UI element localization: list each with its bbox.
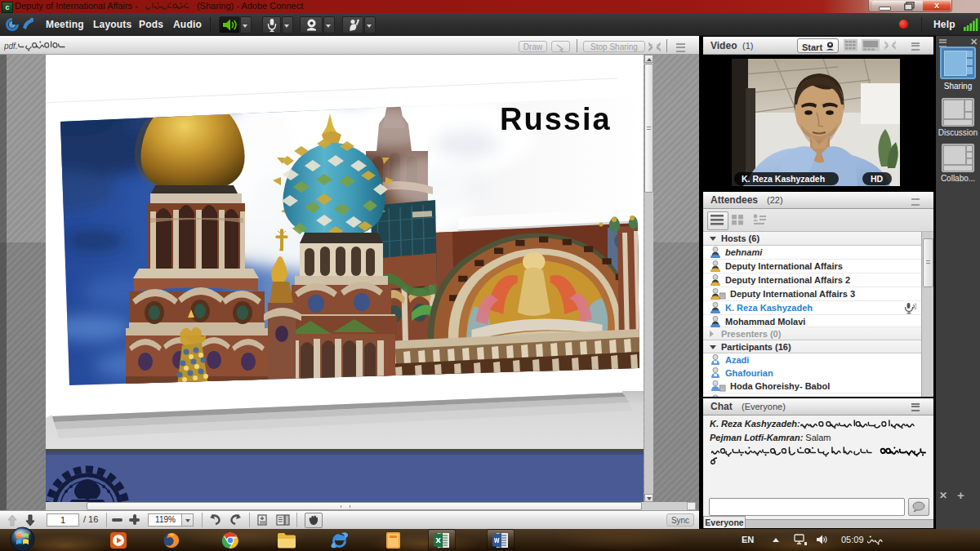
svg-text:Russia: Russia [500,102,612,136]
svg-text:K. Reza Kashyzadeh: K. Reza Kashyzadeh [742,174,825,184]
svg-text:HD: HD [871,174,884,184]
svg-text:pdf.: pdf. [4,42,18,51]
